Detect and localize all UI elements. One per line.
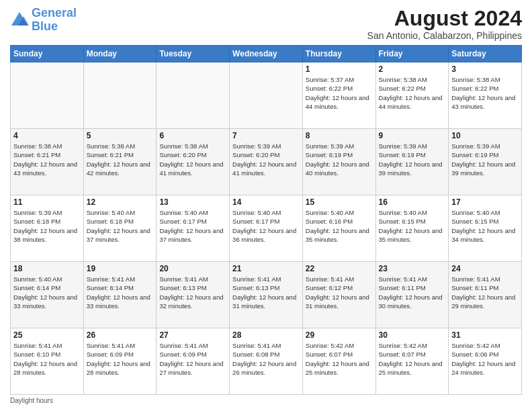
day-number: 17 [451, 197, 519, 207]
day-number: 10 [451, 131, 519, 140]
calendar-table: SundayMondayTuesdayWednesdayThursdayFrid… [10, 45, 522, 395]
day-info: Sunrise: 5:37 AM Sunset: 6:22 PM Dayligh… [306, 75, 373, 111]
calendar-cell: 24Sunrise: 5:41 AM Sunset: 6:11 PM Dayli… [449, 262, 522, 328]
calendar-cell: 21Sunrise: 5:41 AM Sunset: 6:13 PM Dayli… [230, 262, 303, 328]
day-number: 14 [232, 197, 300, 207]
calendar-cell: 28Sunrise: 5:41 AM Sunset: 6:08 PM Dayli… [230, 328, 303, 395]
day-number: 19 [87, 264, 154, 273]
calendar-header-thursday: Thursday [302, 46, 375, 62]
calendar-header-sunday: Sunday [11, 46, 84, 62]
day-info: Sunrise: 5:39 AM Sunset: 6:19 PM Dayligh… [306, 142, 373, 177]
calendar-cell: 3Sunrise: 5:38 AM Sunset: 6:22 PM Daylig… [449, 62, 522, 129]
day-info: Sunrise: 5:40 AM Sunset: 6:17 PM Dayligh… [232, 208, 300, 244]
logo-icon [10, 11, 29, 30]
calendar-cell: 9Sunrise: 5:39 AM Sunset: 6:19 PM Daylig… [375, 129, 449, 195]
day-info: Sunrise: 5:39 AM Sunset: 6:18 PM Dayligh… [13, 208, 81, 244]
day-number: 15 [306, 197, 373, 207]
day-number: 9 [379, 131, 446, 140]
day-info: Sunrise: 5:41 AM Sunset: 6:11 PM Dayligh… [451, 275, 519, 310]
day-info: Sunrise: 5:41 AM Sunset: 6:11 PM Dayligh… [379, 275, 446, 310]
day-number: 23 [379, 264, 446, 273]
day-number: 11 [13, 197, 81, 207]
day-info: Sunrise: 5:41 AM Sunset: 6:12 PM Dayligh… [306, 275, 373, 310]
day-info: Sunrise: 5:42 AM Sunset: 6:07 PM Dayligh… [306, 341, 373, 377]
day-number: 21 [232, 264, 300, 273]
day-number: 28 [232, 330, 300, 340]
day-number: 31 [451, 330, 519, 340]
logo: General Blue [10, 7, 77, 34]
day-info: Sunrise: 5:39 AM Sunset: 6:19 PM Dayligh… [451, 142, 519, 177]
day-info: Sunrise: 5:40 AM Sunset: 6:17 PM Dayligh… [159, 208, 226, 244]
day-number: 5 [87, 131, 154, 140]
day-info: Sunrise: 5:38 AM Sunset: 6:22 PM Dayligh… [451, 75, 519, 111]
day-info: Sunrise: 5:41 AM Sunset: 6:09 PM Dayligh… [87, 341, 154, 377]
calendar-cell: 22Sunrise: 5:41 AM Sunset: 6:12 PM Dayli… [302, 262, 375, 328]
day-info: Sunrise: 5:41 AM Sunset: 6:14 PM Dayligh… [87, 275, 154, 310]
day-info: Sunrise: 5:40 AM Sunset: 6:15 PM Dayligh… [451, 208, 519, 244]
calendar-week-2: 11Sunrise: 5:39 AM Sunset: 6:18 PM Dayli… [11, 195, 522, 262]
day-info: Sunrise: 5:41 AM Sunset: 6:10 PM Dayligh… [13, 341, 81, 377]
calendar-cell: 11Sunrise: 5:39 AM Sunset: 6:18 PM Dayli… [11, 195, 84, 262]
calendar-cell [83, 62, 157, 129]
day-number: 25 [13, 330, 81, 340]
day-info: Sunrise: 5:41 AM Sunset: 6:09 PM Dayligh… [159, 341, 226, 377]
day-info: Sunrise: 5:39 AM Sunset: 6:19 PM Dayligh… [379, 142, 446, 177]
calendar-cell: 26Sunrise: 5:41 AM Sunset: 6:09 PM Dayli… [83, 328, 157, 395]
day-info: Sunrise: 5:38 AM Sunset: 6:21 PM Dayligh… [13, 142, 81, 177]
calendar-header-row: SundayMondayTuesdayWednesdayThursdayFrid… [11, 46, 522, 62]
calendar-week-3: 18Sunrise: 5:40 AM Sunset: 6:14 PM Dayli… [11, 262, 522, 328]
calendar-cell: 15Sunrise: 5:40 AM Sunset: 6:16 PM Dayli… [302, 195, 375, 262]
day-number: 30 [379, 330, 446, 340]
day-info: Sunrise: 5:40 AM Sunset: 6:14 PM Dayligh… [13, 275, 81, 310]
calendar-cell: 2Sunrise: 5:38 AM Sunset: 6:22 PM Daylig… [375, 62, 449, 129]
calendar-week-4: 25Sunrise: 5:41 AM Sunset: 6:10 PM Dayli… [11, 328, 522, 395]
day-info: Sunrise: 5:38 AM Sunset: 6:21 PM Dayligh… [87, 142, 154, 177]
calendar-cell: 23Sunrise: 5:41 AM Sunset: 6:11 PM Dayli… [375, 262, 449, 328]
day-number: 2 [379, 64, 446, 74]
logo-text: General Blue [32, 7, 77, 34]
header: General Blue August 2024 San Antonio, Ca… [10, 7, 522, 41]
title-block: August 2024 San Antonio, Calabarzon, Phi… [367, 7, 522, 41]
day-number: 20 [159, 264, 226, 273]
calendar-cell: 6Sunrise: 5:38 AM Sunset: 6:20 PM Daylig… [157, 129, 230, 195]
calendar-cell: 4Sunrise: 5:38 AM Sunset: 6:21 PM Daylig… [11, 129, 84, 195]
day-info: Sunrise: 5:38 AM Sunset: 6:20 PM Dayligh… [159, 142, 226, 177]
calendar-week-0: 1Sunrise: 5:37 AM Sunset: 6:22 PM Daylig… [11, 62, 522, 129]
calendar-cell: 13Sunrise: 5:40 AM Sunset: 6:17 PM Dayli… [157, 195, 230, 262]
main-title: August 2024 [367, 7, 522, 30]
calendar-cell: 16Sunrise: 5:40 AM Sunset: 6:15 PM Dayli… [375, 195, 449, 262]
day-number: 13 [159, 197, 226, 207]
day-number: 12 [87, 197, 154, 207]
footer-note: Daylight hours [10, 397, 522, 404]
calendar-header-monday: Monday [83, 46, 157, 62]
calendar-cell: 18Sunrise: 5:40 AM Sunset: 6:14 PM Dayli… [11, 262, 84, 328]
calendar-cell [157, 62, 230, 129]
day-info: Sunrise: 5:41 AM Sunset: 6:08 PM Dayligh… [232, 341, 300, 377]
calendar-cell [230, 62, 303, 129]
calendar-cell: 29Sunrise: 5:42 AM Sunset: 6:07 PM Dayli… [302, 328, 375, 395]
calendar-cell: 31Sunrise: 5:42 AM Sunset: 6:06 PM Dayli… [449, 328, 522, 395]
day-info: Sunrise: 5:42 AM Sunset: 6:07 PM Dayligh… [379, 341, 446, 377]
calendar-cell: 10Sunrise: 5:39 AM Sunset: 6:19 PM Dayli… [449, 129, 522, 195]
calendar-cell: 19Sunrise: 5:41 AM Sunset: 6:14 PM Dayli… [83, 262, 157, 328]
page: General Blue August 2024 San Antonio, Ca… [0, 0, 532, 411]
day-number: 18 [13, 264, 81, 273]
calendar-cell: 8Sunrise: 5:39 AM Sunset: 6:19 PM Daylig… [302, 129, 375, 195]
day-number: 1 [306, 64, 373, 74]
day-info: Sunrise: 5:40 AM Sunset: 6:16 PM Dayligh… [306, 208, 373, 244]
day-info: Sunrise: 5:41 AM Sunset: 6:13 PM Dayligh… [232, 275, 300, 310]
subtitle: San Antonio, Calabarzon, Philippines [367, 30, 522, 41]
calendar-cell: 17Sunrise: 5:40 AM Sunset: 6:15 PM Dayli… [449, 195, 522, 262]
calendar-header-tuesday: Tuesday [157, 46, 230, 62]
day-number: 29 [306, 330, 373, 340]
calendar-cell [11, 62, 84, 129]
calendar-header-saturday: Saturday [449, 46, 522, 62]
calendar-header-wednesday: Wednesday [230, 46, 303, 62]
day-number: 26 [87, 330, 154, 340]
calendar-cell: 1Sunrise: 5:37 AM Sunset: 6:22 PM Daylig… [302, 62, 375, 129]
calendar-header-friday: Friday [375, 46, 449, 62]
calendar-cell: 20Sunrise: 5:41 AM Sunset: 6:13 PM Dayli… [157, 262, 230, 328]
calendar-cell: 27Sunrise: 5:41 AM Sunset: 6:09 PM Dayli… [157, 328, 230, 395]
calendar-cell: 25Sunrise: 5:41 AM Sunset: 6:10 PM Dayli… [11, 328, 84, 395]
day-info: Sunrise: 5:40 AM Sunset: 6:18 PM Dayligh… [87, 208, 154, 244]
